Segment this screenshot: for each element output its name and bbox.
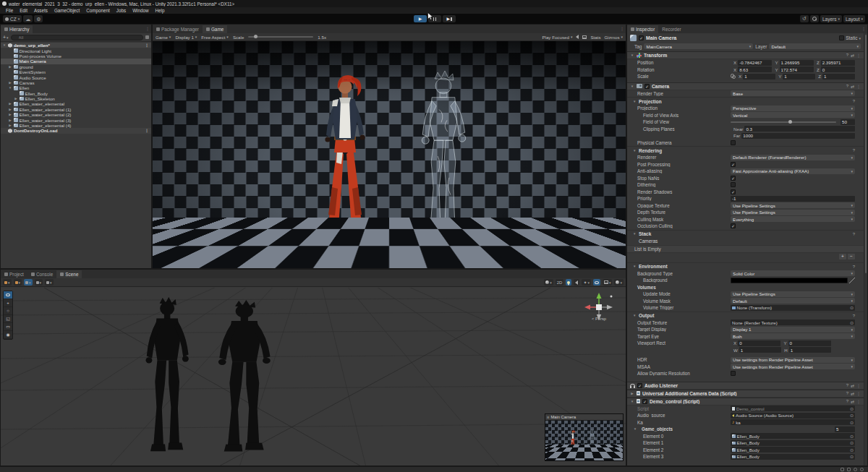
aspect-dropdown[interactable]: Free Aspect▾ bbox=[201, 35, 229, 40]
foldout-arrow[interactable]: ▶ bbox=[8, 65, 12, 69]
foldout-arrow[interactable]: ▶ bbox=[14, 97, 18, 100]
dropdown-hdr[interactable]: Use settings from Render Pipeline Asset▾ bbox=[731, 357, 855, 363]
tab-hierarchy[interactable]: Hierarchy bbox=[1, 25, 33, 33]
projection-section-header[interactable]: ▼Projection? bbox=[627, 97, 864, 105]
foldout-arrow[interactable]: ▶ bbox=[630, 392, 634, 395]
status-icon[interactable] bbox=[847, 468, 851, 471]
object-picker-icon[interactable]: ⊙ bbox=[850, 447, 854, 452]
presets-icon[interactable]: ⇄ bbox=[851, 391, 854, 396]
status-icon[interactable] bbox=[841, 468, 844, 471]
dropdown-msaa[interactable]: Use settings from Render Pipeline Asset▾ bbox=[731, 364, 855, 369]
demo-control-enable-checkbox[interactable]: ✓ bbox=[642, 399, 647, 404]
checkbox-allow-dynamic-resolution[interactable] bbox=[731, 371, 736, 376]
dropdown-opaque-texture[interactable]: Use Pipeline Settings▾ bbox=[731, 202, 855, 208]
panel-menu-icon[interactable]: ⋮ bbox=[620, 26, 624, 31]
object-field-ka[interactable]: ♪ka⊙ bbox=[731, 419, 855, 425]
checkbox-occlusion-culling[interactable]: ✓ bbox=[731, 223, 736, 228]
demo-control-component-header[interactable]: ▼ ✓ Demo_control (Script) ?⇄⋮ bbox=[627, 398, 864, 406]
component-menu-icon[interactable]: ⋮ bbox=[856, 399, 861, 404]
tool-handle-position-dropdown[interactable]: ▾ bbox=[3, 279, 12, 286]
dropdown-volume-mask[interactable]: Default▾ bbox=[731, 298, 855, 304]
environment-section-header[interactable]: ▼Environment? bbox=[627, 262, 864, 270]
hierarchy-item-ground[interactable]: ▶ground bbox=[1, 64, 151, 69]
hierarchy-item-audio-source[interactable]: Audio Source bbox=[1, 74, 151, 80]
menu-window[interactable]: Window bbox=[129, 8, 151, 13]
hierarchy-item-ellen-water-elemental-3[interactable]: ▶Ellen_water_elemental (3) bbox=[1, 117, 151, 122]
help-icon[interactable]: ? bbox=[853, 232, 855, 236]
play-button[interactable]: ▶ bbox=[414, 15, 427, 22]
status-icon[interactable] bbox=[854, 468, 857, 471]
camera-preview-window[interactable]: ≡ Main Camera bbox=[545, 413, 624, 461]
checkbox-render-shadows[interactable]: ✓ bbox=[731, 189, 736, 194]
grid-snapping-dropdown[interactable]: ▾ bbox=[24, 279, 33, 286]
presets-icon[interactable]: ⇄ bbox=[851, 383, 854, 388]
panel-menu-icon[interactable]: ⋮ bbox=[145, 26, 150, 31]
dropdown-depth-texture[interactable]: Use Pipeline Settings▾ bbox=[731, 210, 855, 215]
field-position-y[interactable]: 1.266995 bbox=[780, 60, 814, 66]
help-icon[interactable]: ? bbox=[846, 391, 848, 396]
field-position-z[interactable]: 2.395971 bbox=[821, 60, 855, 66]
hierarchy-item-ellen-water-elemental-1[interactable]: ▶Ellen_water_elemental (1) bbox=[1, 107, 151, 112]
tab-console[interactable]: Console bbox=[27, 270, 56, 278]
object-field-element-3[interactable]: Ellen_Body⊙ bbox=[731, 454, 855, 460]
slider-thumb[interactable] bbox=[788, 120, 792, 124]
field-scale-x[interactable]: 1 bbox=[743, 74, 775, 80]
hierarchy-item-ellen-skeleton[interactable]: ▶Ellen_Skeleton bbox=[1, 96, 151, 101]
checkbox-physical-camera[interactable] bbox=[731, 140, 736, 145]
field-y[interactable]: 0 bbox=[788, 340, 831, 346]
field-scale-z[interactable]: 1 bbox=[822, 74, 855, 80]
help-icon[interactable]: ? bbox=[853, 99, 855, 103]
component-menu-icon[interactable]: ⋮ bbox=[856, 391, 861, 396]
undo-history-button[interactable]: ↺ bbox=[800, 15, 809, 22]
scene-gizmos-dropdown[interactable]: ▾ bbox=[614, 279, 624, 286]
object-picker-icon[interactable]: ⊙ bbox=[850, 406, 854, 411]
mute-audio-icon[interactable] bbox=[576, 35, 579, 39]
draw-mode-dropdown[interactable]: ▾ bbox=[544, 279, 553, 286]
field-position-x[interactable]: -0.7842467 bbox=[738, 60, 772, 66]
field-scale-y[interactable]: 1 bbox=[783, 74, 815, 80]
foldout-arrow[interactable]: ▼ bbox=[630, 85, 634, 88]
help-icon[interactable]: ? bbox=[853, 148, 855, 153]
hierarchy-item-directional-light[interactable]: Directional Light bbox=[1, 48, 151, 53]
lighting-toggle[interactable] bbox=[566, 279, 571, 286]
snap-increment-dropdown[interactable]: ▾ bbox=[35, 279, 43, 286]
panel-menu-icon[interactable]: ⋮ bbox=[861, 26, 866, 31]
foldout-arrow[interactable]: ▼ bbox=[2, 43, 7, 47]
tab-recorder[interactable]: Recorder bbox=[658, 25, 684, 33]
display-dropdown[interactable]: Display 1▾ bbox=[175, 35, 197, 40]
field-far[interactable]: 1000 bbox=[741, 133, 855, 139]
gizmos-dropdown[interactable]: Gizmos▾ bbox=[605, 35, 624, 40]
foldout-arrow[interactable]: ▶ bbox=[8, 81, 12, 85]
rendering-section-header[interactable]: ▼Rendering? bbox=[627, 146, 864, 154]
enable-checkbox[interactable]: ✓ bbox=[639, 35, 644, 40]
2d-toggle[interactable]: 2D bbox=[556, 279, 564, 286]
scale-slider[interactable] bbox=[248, 36, 313, 38]
universal-camera-data-component-header[interactable]: ▶ Universal Additional Camera Data (Scri… bbox=[627, 390, 864, 398]
help-icon[interactable]: ? bbox=[853, 314, 855, 318]
layers-dropdown[interactable]: Layers ▾ bbox=[820, 15, 842, 22]
output-section-header[interactable]: ▼Output? bbox=[627, 312, 864, 319]
hierarchy-item-ellen-water-elemental-4[interactable]: ▶Ellen_water_elemental (4) bbox=[1, 123, 151, 128]
item-menu-icon[interactable]: ⋮ bbox=[145, 128, 149, 133]
hierarchy-item-ellen-water-elemental-2[interactable]: ▶Ellen_water_elemental (2) bbox=[1, 112, 151, 117]
dropdown-projection[interactable]: Perspective▾ bbox=[731, 106, 855, 111]
camera-component-header[interactable]: ▼ ✓ Camera ?⇄⋮ bbox=[627, 82, 864, 90]
checkbox-dithering[interactable] bbox=[731, 182, 736, 187]
camera-enable-checkbox[interactable]: ✓ bbox=[644, 84, 650, 89]
object-picker-icon[interactable]: ⊙ bbox=[850, 454, 854, 459]
menu-component[interactable]: Component bbox=[83, 8, 113, 13]
camera-preview-header[interactable]: ≡ Main Camera bbox=[545, 414, 623, 421]
dropdown-target-display[interactable]: Display 1▾ bbox=[731, 327, 855, 332]
grid-visibility-dropdown[interactable]: ▾ bbox=[603, 279, 613, 286]
static-control[interactable]: Static ▾ bbox=[839, 35, 861, 40]
foldout-arrow[interactable]: ▶ bbox=[8, 124, 12, 127]
link-scale-icon[interactable] bbox=[731, 74, 736, 79]
object-field-element-0[interactable]: Ellen_Body⊙ bbox=[731, 433, 855, 439]
field-field-of-view[interactable]: 50 bbox=[841, 119, 855, 125]
dropdown-target-eye[interactable]: Both▾ bbox=[731, 333, 855, 339]
step-button[interactable]: ▶ bbox=[443, 15, 456, 22]
menu-edit[interactable]: Edit bbox=[17, 8, 30, 13]
dropdown-renderer[interactable]: Default Renderer (ForwardRenderer)▾ bbox=[731, 155, 855, 160]
item-menu-icon[interactable]: ⋮ bbox=[145, 43, 149, 48]
stack-section-header[interactable]: ▼Stack? bbox=[627, 230, 864, 238]
